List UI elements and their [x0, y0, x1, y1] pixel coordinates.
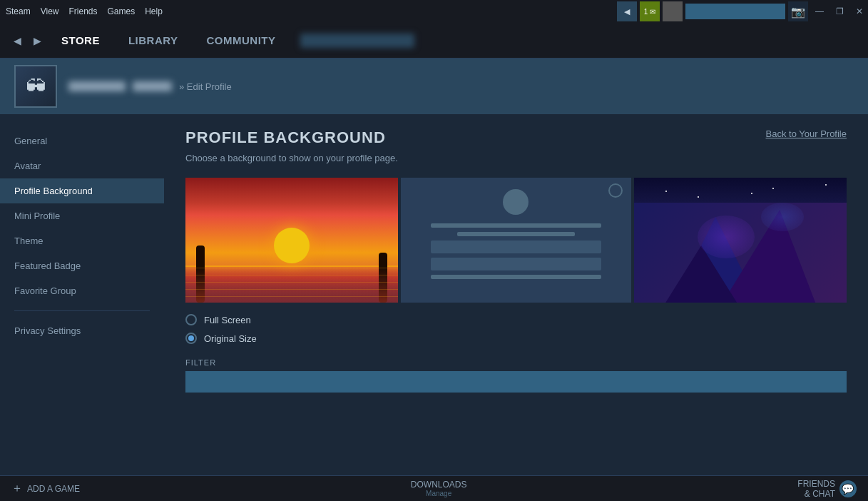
avatar: 🕶 — [14, 65, 57, 108]
minimize-button[interactable]: — — [811, 0, 828, 23]
add-game-button[interactable]: ＋ ADD A GAME — [11, 481, 80, 496]
titlebar-avatar — [663, 1, 683, 21]
grid-line-1 — [431, 223, 601, 228]
sidebar-item-featured-badge[interactable]: Featured Badge — [0, 253, 164, 278]
grid-circle — [503, 189, 529, 215]
menu-steam[interactable]: Steam — [6, 6, 31, 16]
navbar: ◀ ▶ STORE LIBRARY COMMUNITY — [0, 23, 868, 59]
bg-thumbnail-mountain[interactable] — [634, 178, 847, 303]
steam-menu: Steam View Friends Games Help — [6, 6, 163, 16]
titlebar: Steam View Friends Games Help ◀ 1 ✉ 📷 — … — [0, 0, 868, 23]
nav-user-area — [300, 34, 414, 48]
nav-store[interactable]: STORE — [48, 23, 113, 59]
fullscreen-label: Full Screen — [204, 315, 251, 325]
menu-games[interactable]: Games — [108, 6, 136, 16]
downloads-label: DOWNLOADS — [411, 480, 467, 490]
original-size-radio[interactable] — [185, 333, 197, 344]
downloads-manage: Manage — [426, 490, 451, 497]
sun-decoration — [274, 228, 310, 263]
section-title: PROFILE BACKGROUND — [185, 128, 847, 147]
titlebar-left: Steam View Friends Games Help — [6, 6, 163, 16]
sidebar-item-avatar[interactable]: Avatar — [0, 153, 164, 178]
titlebar-notifications[interactable]: 1 ✉ — [640, 1, 660, 21]
bg-thumbnail-grid[interactable] — [401, 178, 630, 303]
filter-section: FILTER — [185, 358, 847, 393]
friends-chat-button[interactable]: FRIENDS & CHAT 💬 — [797, 479, 857, 499]
filter-input[interactable] — [185, 371, 847, 393]
add-game-plus-icon: ＋ — [11, 481, 23, 496]
add-game-label: ADD A GAME — [27, 484, 80, 494]
restore-button[interactable]: ❐ — [831, 0, 848, 23]
chat-icon: 💬 — [839, 480, 857, 497]
grid-rect-1 — [431, 241, 601, 253]
section-subtitle: Choose a background to show on your prof… — [185, 153, 847, 163]
friends-chat-label: FRIENDS & CHAT — [797, 479, 835, 499]
menu-help[interactable]: Help — [145, 6, 163, 16]
username-blurred-2 — [133, 81, 172, 91]
titlebar-right: ◀ 1 ✉ 📷 — ❐ ✕ — [617, 0, 868, 23]
grid-line-2 — [457, 232, 574, 236]
sidebar-item-profile-background[interactable]: Profile Background — [0, 178, 164, 203]
grid-toggle — [608, 183, 623, 198]
username-blurred — [68, 81, 126, 91]
nav-community[interactable]: COMMUNITY — [194, 23, 289, 59]
menu-view[interactable]: View — [41, 6, 59, 16]
sidebar-item-mini-profile[interactable]: Mini Profile — [0, 203, 164, 228]
fullscreen-radio[interactable] — [185, 314, 197, 325]
sidebar-item-theme[interactable]: Theme — [0, 228, 164, 253]
bg-thumbnail-sunset[interactable] — [185, 178, 398, 303]
nav-back[interactable]: ◀ — [9, 32, 26, 49]
bottombar: ＋ ADD A GAME DOWNLOADS Manage FRIENDS & … — [0, 475, 868, 501]
sidebar-divider — [14, 310, 150, 311]
original-size-option[interactable]: Original Size — [185, 333, 847, 344]
avatar-image: 🕶 — [16, 66, 56, 106]
sidebar: General Avatar Profile Background Mini P… — [0, 114, 164, 501]
profile-header: 🕶 » Edit Profile — [0, 59, 868, 114]
original-size-label: Original Size — [204, 333, 257, 344]
sidebar-item-favorite-group[interactable]: Favorite Group — [0, 278, 164, 303]
grid-line-3 — [431, 275, 601, 279]
titlebar-search[interactable] — [685, 4, 785, 19]
titlebar-icon-back[interactable]: ◀ — [617, 1, 637, 21]
menu-friends[interactable]: Friends — [68, 6, 97, 16]
titlebar-screenshot[interactable]: 📷 — [788, 1, 808, 21]
main-area: General Avatar Profile Background Mini P… — [0, 114, 868, 501]
grid-rect-2 — [431, 258, 601, 270]
profile-name-area: » Edit Profile — [68, 81, 232, 92]
sidebar-item-privacy[interactable]: Privacy Settings — [0, 318, 164, 343]
fullscreen-option[interactable]: Full Screen — [185, 314, 847, 325]
back-to-profile-link[interactable]: Back to Your Profile — [766, 128, 847, 139]
background-thumbnails — [185, 178, 847, 303]
filter-label: FILTER — [185, 358, 847, 367]
display-options: Full Screen Original Size — [185, 314, 847, 344]
nav-username-blurred — [300, 34, 414, 48]
radio-selected-indicator — [188, 335, 194, 341]
content-area: Back to Your Profile PROFILE BACKGROUND … — [164, 114, 868, 501]
close-button[interactable]: ✕ — [851, 0, 868, 23]
nav-library[interactable]: LIBRARY — [116, 23, 191, 59]
sidebar-item-general[interactable]: General — [0, 128, 164, 153]
nav-forward[interactable]: ▶ — [29, 32, 46, 49]
downloads-button[interactable]: DOWNLOADS Manage — [411, 480, 467, 497]
edit-profile-link[interactable]: » Edit Profile — [179, 81, 232, 92]
